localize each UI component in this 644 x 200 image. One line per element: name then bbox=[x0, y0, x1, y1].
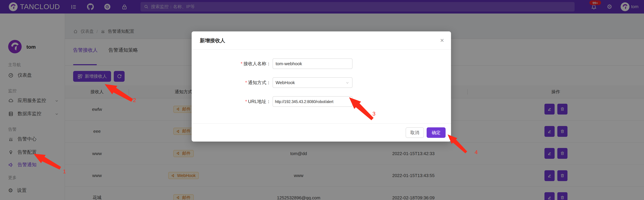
chevron-down-icon bbox=[345, 81, 350, 85]
confirm-button[interactable]: 确定 bbox=[426, 127, 446, 138]
close-icon[interactable]: ✕ bbox=[440, 31, 444, 50]
receiver-name-input[interactable]: tom-webhook bbox=[272, 58, 352, 69]
modal-title: 新增接收人 bbox=[200, 31, 225, 50]
receiver-name-label: 接收人名称： bbox=[244, 61, 271, 66]
form-row-notice-method: *通知方式： WebHook bbox=[192, 77, 451, 88]
notice-method-select[interactable]: WebHook bbox=[272, 77, 352, 88]
required-mark: * bbox=[240, 61, 242, 66]
form-row-url: *URL地址： http://192.345.43.2:8080/robot/a… bbox=[192, 96, 451, 107]
url-label: URL地址： bbox=[248, 99, 271, 104]
notice-method-label: 通知方式： bbox=[248, 80, 271, 85]
app-root: TANCLOUD bbox=[0, 0, 644, 200]
cancel-button[interactable]: 取消 bbox=[406, 127, 424, 138]
modal-footer: 取消 确定 bbox=[192, 123, 451, 142]
required-mark: * bbox=[245, 99, 247, 104]
required-mark: * bbox=[245, 80, 247, 85]
url-input[interactable]: http://192.345.43.2:8080/robot/alert bbox=[272, 96, 352, 107]
form-row-receiver-name: *接收人名称： tom-webhook bbox=[192, 58, 451, 69]
modal-header: 新增接收人 ✕ bbox=[192, 31, 451, 50]
add-receiver-modal: 新增接收人 ✕ *接收人名称： tom-webhook *通知方式： WebHo… bbox=[192, 31, 451, 142]
